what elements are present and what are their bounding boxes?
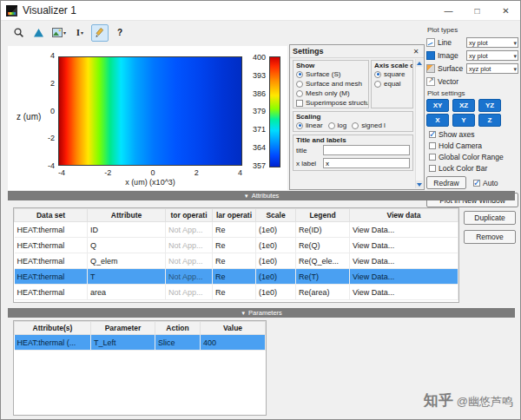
- scalar-operation-cell[interactable]: Re: [213, 253, 256, 269]
- radio-square[interactable]: square: [372, 69, 412, 79]
- remove-button[interactable]: Remove: [464, 230, 516, 244]
- surface-plot-dropdown[interactable]: xyz plot: [466, 63, 518, 74]
- scalar-operation-cell[interactable]: Re: [213, 285, 256, 300]
- text-tool-dropdown[interactable]: I ▾: [71, 24, 89, 42]
- line-plot-dropdown[interactable]: xy plot: [466, 37, 518, 48]
- scale-cell[interactable]: (1e0): [256, 285, 296, 300]
- radio-signed-log[interactable]: signed l: [352, 121, 386, 129]
- dataset-cell: HEAT:thermal: [15, 285, 88, 300]
- attribute-row[interactable]: HEAT:thermal Q_elem Not App... Re (1e0) …: [15, 253, 458, 269]
- colorbar-tick: 364: [253, 143, 266, 152]
- close-button[interactable]: ✕: [491, 1, 520, 20]
- vector-plot-icon: [426, 77, 435, 86]
- x-tick: 0: [150, 168, 155, 177]
- radio-mesh-only[interactable]: Mesh only (M): [293, 89, 368, 98]
- scroll-down-icon[interactable]: [416, 180, 423, 188]
- heatmap-plot[interactable]: [58, 56, 242, 166]
- zoom-tool-button[interactable]: [10, 24, 27, 42]
- vector-operation-cell: Not App...: [166, 238, 213, 253]
- checkbox-lock-color-bar[interactable]: Lock Color Bar: [426, 162, 518, 174]
- scale-cell[interactable]: (1e0): [256, 222, 296, 238]
- line-plot-icon: [426, 38, 435, 47]
- scale-cell[interactable]: (1e0): [256, 238, 296, 253]
- checkbox-auto[interactable]: Auto: [471, 177, 501, 188]
- attributes-section-bar[interactable]: ▼ Attributes: [8, 191, 515, 200]
- minimize-button[interactable]: —: [434, 1, 463, 20]
- parameter-name-cell: T_Left: [91, 335, 155, 351]
- scalar-operation-cell[interactable]: Re: [213, 238, 256, 253]
- view-data-button[interactable]: View Data...: [350, 269, 458, 285]
- checkbox-global-color-range[interactable]: Global Color Range: [426, 151, 518, 162]
- radio-equal[interactable]: equal: [372, 79, 412, 89]
- attributes-table: Data set Attribute tor operati lar opera…: [13, 207, 459, 303]
- checkbox-show-axes[interactable]: Show axes: [426, 128, 518, 140]
- legend-cell: Re(Q_ele...: [296, 253, 350, 269]
- yz-view-button[interactable]: YZ: [478, 99, 501, 112]
- scalar-operation-cell[interactable]: Re: [213, 269, 256, 285]
- redraw-button[interactable]: Redraw: [426, 176, 466, 189]
- parameter-row[interactable]: HEAT:thermal (... T_Left Slice 400: [15, 335, 266, 351]
- x-axis-ticks: -4 -2 0 2 4: [56, 168, 244, 177]
- title-input[interactable]: [323, 145, 410, 155]
- surface-plot-icon: [426, 64, 435, 73]
- x-label-input[interactable]: [323, 158, 410, 168]
- edit-tool-button[interactable]: [91, 24, 109, 42]
- xy-view-button[interactable]: XY: [426, 99, 449, 112]
- scale-cell[interactable]: (1e0): [256, 269, 296, 285]
- plot-type-row-vector[interactable]: Vector: [426, 75, 518, 88]
- duplicate-button[interactable]: Duplicate: [464, 211, 516, 225]
- attribute-row[interactable]: HEAT:thermal Q Not App... Re (1e0) Re(Q)…: [15, 238, 458, 253]
- checkbox-label: Lock Color Bar: [439, 164, 487, 173]
- radio-surface-and-mesh[interactable]: Surface and mesh: [293, 79, 368, 89]
- view-data-button[interactable]: View Data...: [350, 222, 458, 238]
- plot-type-row-surface[interactable]: Surface xyz plot: [426, 62, 518, 75]
- pencil-icon: [95, 28, 105, 38]
- plot-type-row-line[interactable]: Line xy plot: [426, 36, 518, 49]
- app-icon: [6, 5, 17, 16]
- attribute-row[interactable]: HEAT:thermal ID Not App... Re (1e0) Re(I…: [15, 222, 458, 238]
- radio-log[interactable]: log: [328, 121, 347, 129]
- settings-scrollbar[interactable]: [415, 59, 423, 188]
- x-tick: 2: [195, 168, 199, 177]
- radio-surface[interactable]: Surface (S): [293, 69, 368, 79]
- radio-linear[interactable]: linear: [296, 121, 323, 129]
- help-button[interactable]: ?: [111, 24, 129, 42]
- colorbar-tick: 393: [253, 71, 266, 80]
- scale-cell[interactable]: (1e0): [256, 253, 296, 269]
- settings-close-icon[interactable]: ✕: [411, 48, 421, 56]
- parameter-action-cell[interactable]: Slice: [155, 335, 201, 351]
- legend-cell: Re(Q): [296, 238, 350, 253]
- z-view-button[interactable]: Z: [478, 114, 501, 127]
- show-group: Show Surface (S) Surface and mesh Mesh o…: [293, 60, 369, 108]
- scalar-operation-cell[interactable]: Re: [213, 222, 256, 238]
- radio-icon: [352, 122, 359, 129]
- checkbox-superimpose-structure[interactable]: Superimpose structure: [293, 98, 368, 108]
- attribute-row[interactable]: HEAT:thermal area Not App... Re (1e0) Re…: [15, 285, 458, 300]
- attribute-row[interactable]: HEAT:thermal T Not App... Re (1e0) Re(T)…: [15, 269, 458, 285]
- attribute-cell: ID: [88, 222, 166, 238]
- plot-canvas[interactable]: z (um) 4 2 0 -2 -4 -4 -2 0 2 4 x (um) (x…: [8, 46, 287, 190]
- rotate-view-button[interactable]: [30, 24, 47, 42]
- settings-title: Settings: [293, 47, 324, 56]
- title-field-label: title: [296, 147, 320, 154]
- parameters-header-row: Attribute(s) Parameter Action Value: [15, 322, 266, 335]
- plot-type-label: Image: [438, 51, 464, 60]
- xz-view-button[interactable]: XZ: [452, 99, 475, 112]
- view-data-button[interactable]: View Data...: [350, 238, 458, 253]
- parameter-value-cell[interactable]: 400: [201, 335, 266, 351]
- x-view-button[interactable]: X: [426, 114, 449, 127]
- image-plot-dropdown[interactable]: xy plot: [466, 50, 518, 61]
- maximize-button[interactable]: □: [463, 1, 491, 20]
- plot-type-row-image[interactable]: Image xy plot: [426, 49, 518, 62]
- image-tool-dropdown[interactable]: ▾: [49, 24, 69, 42]
- axis-scale-group: Axis scale opt square equal: [371, 60, 413, 108]
- view-data-button[interactable]: View Data...: [350, 253, 458, 269]
- y-view-button[interactable]: Y: [452, 114, 475, 127]
- view-data-button[interactable]: View Data...: [350, 285, 458, 300]
- checkbox-hold-camera[interactable]: Hold Camera: [426, 140, 518, 151]
- parameters-section-bar[interactable]: ▼ Parameters: [8, 308, 515, 318]
- title-labels-group: Title and labels title x label: [293, 135, 413, 171]
- radio-label: log: [338, 121, 347, 129]
- scroll-up-icon[interactable]: [416, 59, 423, 67]
- y-axis-ticks: 4 2 0 -2 -4: [36, 51, 55, 170]
